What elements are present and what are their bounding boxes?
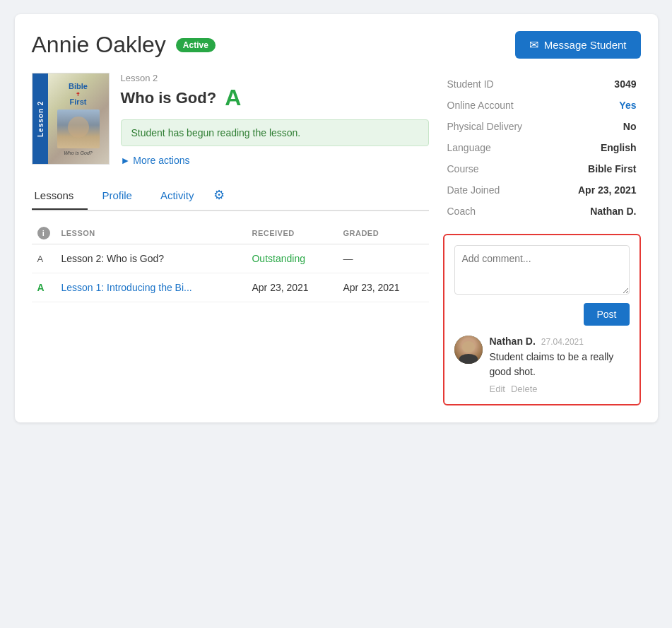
status-banner: Student has begun reading the lesson. — [121, 119, 429, 146]
left-panel: Lesson 2 Bible✝First Who is God? Lesson … — [32, 73, 429, 405]
info-value: English — [543, 138, 639, 158]
post-btn-row: Post — [454, 303, 630, 326]
info-row: LanguageEnglish — [444, 138, 639, 158]
table-header-row: i LESSON RECEIVED GRADED — [32, 223, 429, 244]
comment-item: Nathan D. 27.04.2021 Student claims to b… — [454, 336, 630, 394]
info-row: Student ID3049 — [444, 74, 639, 94]
comment-date: 27.04.2021 — [541, 337, 584, 347]
lesson-thumbnail: Lesson 2 Bible✝First Who is God? — [32, 73, 110, 165]
row1-grade: A — [37, 254, 44, 264]
info-row: Date JoinedApr 23, 2021 — [444, 180, 639, 200]
row2-lesson-cell: Lesson 1: Introducing the Bi... — [56, 273, 247, 302]
comment-text: Student claims to be a really good shot. — [490, 350, 630, 379]
row1-grade-cell: A — [32, 244, 56, 273]
table-header-received: RECEIVED — [246, 223, 337, 244]
status-badge: Active — [176, 38, 216, 52]
info-value: Apr 23, 2021 — [543, 180, 639, 200]
comment-body: Nathan D. 27.04.2021 Student claims to b… — [490, 336, 630, 394]
main-content: Lesson 2 Bible✝First Who is God? Lesson … — [32, 73, 641, 405]
row2-lesson-link[interactable]: Lesson 1: Introducing the Bi... — [61, 282, 192, 293]
lessons-table: i LESSON RECEIVED GRADED A Lesson 2: Who… — [32, 223, 429, 302]
thumbnail-caption: Who is God? — [64, 150, 92, 155]
thumbnail-image: Bible✝First Who is God? — [48, 73, 109, 164]
page-container: Annie Oakley Active ✉ Message Student Le… — [15, 14, 658, 422]
thumbnail-painting — [57, 109, 100, 148]
settings-gear-icon[interactable]: ⚙ — [208, 180, 230, 210]
student-info-table: Student ID3049Online AccountYesPhysical … — [443, 73, 641, 223]
info-label: Online Account — [444, 95, 541, 115]
row1-received: Outstanding — [252, 253, 305, 264]
comment-header: Nathan D. 27.04.2021 — [490, 336, 630, 347]
comment-avatar — [454, 336, 483, 364]
row1-lesson-name: Lesson 2: Who is God? — [61, 253, 165, 264]
envelope-icon: ✉ — [529, 38, 538, 52]
avatar-face — [454, 336, 483, 364]
info-value: Nathan D. — [543, 201, 639, 221]
info-value: No — [543, 117, 639, 136]
table-header-icon: i — [32, 223, 56, 244]
row1-received-cell: Outstanding — [246, 244, 337, 273]
info-row: Online AccountYes — [444, 95, 639, 115]
right-panel: Student ID3049Online AccountYesPhysical … — [443, 73, 641, 405]
comment-actions: Edit Delete — [490, 384, 630, 394]
info-label: Coach — [444, 201, 541, 221]
table-header-lesson: LESSON — [56, 223, 247, 244]
info-label: Course — [444, 159, 541, 179]
tab-activity[interactable]: Activity — [146, 182, 208, 210]
row1-graded-cell: — — [337, 244, 428, 273]
table-header-graded: GRADED — [337, 223, 428, 244]
row1-lesson-cell: Lesson 2: Who is God? — [56, 244, 247, 273]
info-value: 3049 — [543, 74, 639, 94]
info-value: Bible First — [543, 159, 639, 179]
lesson-info: Lesson 2 Who is God? A Student has begun… — [121, 73, 429, 166]
post-button[interactable]: Post — [584, 303, 629, 326]
thumbnail-label: Lesson 2 — [33, 73, 48, 164]
lesson-grade-badge: A — [225, 85, 241, 111]
bible-first-logo: Bible✝First — [69, 82, 88, 107]
lesson-title: Who is God? — [121, 89, 217, 107]
info-row: Physical DeliveryNo — [444, 117, 639, 136]
info-label: Language — [444, 138, 541, 158]
row2-graded-cell: Apr 23, 2021 — [337, 273, 428, 302]
info-row: CourseBible First — [444, 159, 639, 179]
triangle-icon: ► — [121, 155, 131, 166]
row2-grade-cell: A — [32, 273, 56, 302]
lesson-number: Lesson 2 — [121, 73, 429, 83]
info-label: Date Joined — [444, 180, 541, 200]
comment-input[interactable] — [454, 245, 630, 295]
info-icon: i — [37, 227, 50, 239]
lesson-title-row: Who is God? A — [121, 85, 429, 111]
tabs-bar: Lessons Profile Activity ⚙ — [32, 180, 429, 211]
table-row: A Lesson 1: Introducing the Bi... Apr 23… — [32, 273, 429, 302]
more-actions-toggle[interactable]: ► More actions — [121, 155, 429, 166]
tab-lessons[interactable]: Lessons — [32, 182, 88, 210]
row2-grade: A — [37, 282, 45, 293]
more-actions-label: More actions — [133, 155, 189, 166]
row2-received-cell: Apr 23, 2021 — [246, 273, 337, 302]
lesson-card: Lesson 2 Bible✝First Who is God? Lesson … — [32, 73, 429, 166]
edit-comment-button[interactable]: Edit — [490, 384, 505, 394]
page-title: Annie Oakley — [32, 32, 166, 58]
message-btn-label: Message Student — [544, 39, 627, 51]
comments-section: Post Nathan D. 27.04.2021 Student claims… — [443, 234, 641, 405]
comment-author: Nathan D. — [490, 336, 536, 347]
header-left: Annie Oakley Active — [32, 32, 216, 58]
tab-profile[interactable]: Profile — [88, 182, 146, 210]
info-label: Physical Delivery — [444, 117, 541, 136]
info-label: Student ID — [444, 74, 541, 94]
delete-comment-button[interactable]: Delete — [511, 384, 538, 394]
info-row: CoachNathan D. — [444, 201, 639, 221]
info-value: Yes — [543, 95, 639, 115]
header: Annie Oakley Active ✉ Message Student — [32, 31, 641, 59]
table-row: A Lesson 2: Who is God? Outstanding — — [32, 244, 429, 273]
message-student-button[interactable]: ✉ Message Student — [515, 31, 641, 59]
